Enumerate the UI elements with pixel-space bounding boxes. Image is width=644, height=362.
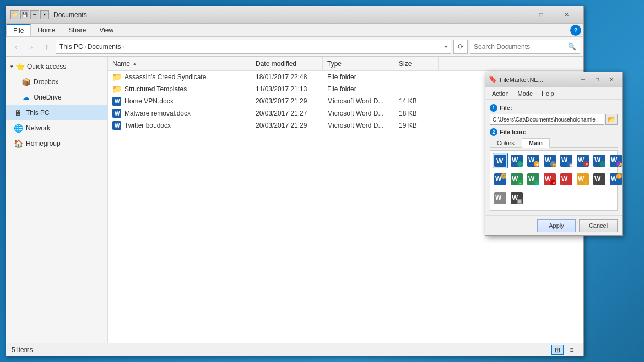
address-path: This PC › Documents ›: [59, 43, 124, 51]
file-date: 20/03/2017 21:29: [251, 122, 323, 129]
title-bar-controls: 📁 💾 ↩ ▾: [10, 10, 49, 19]
icon-cell-w6[interactable]: W↗: [575, 153, 591, 168]
dialog-maximize-button[interactable]: □: [590, 74, 604, 85]
search-icon[interactable]: 🔍: [568, 43, 576, 51]
path-documents[interactable]: Documents: [88, 43, 121, 51]
view-list-button[interactable]: ≡: [566, 345, 578, 355]
file-date: 18/01/2017 22:48: [251, 73, 323, 81]
svg-text:W: W: [578, 175, 585, 183]
address-dropdown-btn[interactable]: ▾: [445, 43, 447, 50]
icon-cell-w4[interactable]: W🔒: [542, 153, 558, 168]
view-controls: ⊞ ≡: [551, 345, 578, 355]
address-bar[interactable]: This PC › Documents › ▾: [56, 40, 451, 54]
col-header-name[interactable]: Name ▲: [108, 57, 251, 70]
back-button[interactable]: ‹: [9, 40, 23, 53]
sidebar-label-homegroup: Homegroup: [26, 140, 61, 147]
icon-cell-w3[interactable]: W★: [526, 153, 541, 168]
svg-text:W: W: [594, 156, 601, 164]
folder-icon: 📁: [12, 12, 18, 17]
icon-cell-w15[interactable]: W: [592, 172, 607, 187]
sidebar-label-onedrive: OneDrive: [34, 94, 62, 101]
filemarker-dialog: 🔖 FileMarker.NE... ─ □ ✕ Action Mode Hel…: [485, 72, 623, 236]
file-date: 20/03/2017 21:27: [251, 109, 323, 117]
apply-button[interactable]: Apply: [537, 219, 576, 232]
sidebar-item-quick-access[interactable]: ▾ ⭐ Quick access: [6, 59, 107, 74]
svg-text:🔒: 🔒: [552, 162, 556, 167]
icon-cell-w18[interactable]: W: [509, 190, 524, 206]
qat-dropdown-btn[interactable]: ▾: [40, 10, 49, 19]
file-type: Microsoft Word D...: [323, 109, 394, 117]
icon-cell-w2[interactable]: W🌐: [509, 153, 524, 168]
file-icon-label-text: File Icon:: [500, 129, 526, 135]
tab-view[interactable]: View: [93, 24, 120, 36]
icon-cell-w17[interactable]: W: [493, 190, 508, 206]
icon-cell-w5[interactable]: W⏰: [559, 153, 574, 168]
file-icon-label: 2 File Icon:: [490, 128, 618, 136]
icon-cell-w7[interactable]: W👤: [592, 153, 607, 168]
tab-share[interactable]: Share: [62, 24, 93, 36]
sidebar-item-onedrive[interactable]: ☁ OneDrive: [6, 90, 107, 105]
sidebar-item-dropbox[interactable]: 📦 Dropbox: [6, 74, 107, 90]
svg-text:W: W: [115, 111, 120, 117]
close-button[interactable]: ✕: [554, 6, 579, 24]
dialog-menu-mode[interactable]: Mode: [513, 87, 538, 99]
file-date: 11/03/2017 21:13: [251, 85, 323, 93]
dialog-minimize-button[interactable]: ─: [576, 74, 590, 85]
col-type-label: Type: [327, 60, 342, 68]
svg-text:W: W: [561, 175, 568, 183]
forward-button[interactable]: ›: [25, 40, 38, 53]
col-header-date[interactable]: Date modified: [251, 57, 323, 70]
minimize-button[interactable]: ─: [503, 6, 528, 24]
dialog-title-bar: 🔖 FileMarker.NE... ─ □ ✕: [485, 72, 622, 87]
refresh-button[interactable]: ⟳: [453, 40, 468, 54]
dialog-footer: Apply Cancel: [485, 215, 622, 235]
tab-home[interactable]: Home: [31, 24, 62, 36]
dialog-close-button[interactable]: ✕: [604, 74, 619, 85]
qat-save-btn[interactable]: 💾: [20, 10, 29, 19]
homegroup-icon: 🏠: [14, 139, 23, 148]
svg-text:🌐: 🌐: [518, 162, 523, 167]
sidebar-item-network[interactable]: 🌐 Network: [6, 120, 107, 136]
path-this-pc[interactable]: This PC: [59, 43, 83, 51]
tab-colors[interactable]: Colors: [490, 138, 522, 148]
help-button[interactable]: ?: [570, 25, 581, 36]
folder-icon-structured: 📁: [112, 85, 121, 94]
file-label: 1 File:: [490, 104, 618, 112]
sidebar-label-network: Network: [26, 124, 50, 132]
tab-main[interactable]: Main: [522, 138, 550, 148]
cancel-button[interactable]: Cancel: [579, 219, 618, 232]
icon-cell-w16[interactable]: W⚠: [608, 172, 624, 187]
icon-cell-w14[interactable]: W!: [575, 172, 591, 187]
sidebar-item-homegroup[interactable]: 🏠 Homegroup: [6, 136, 107, 151]
file-type: Microsoft Word D...: [323, 122, 394, 129]
sidebar-item-this-pc[interactable]: 🖥 This PC: [6, 105, 107, 120]
svg-text:W: W: [528, 156, 535, 164]
col-header-size[interactable]: Size: [394, 57, 439, 70]
file-name-cell: W Malware removal.docx: [108, 109, 251, 118]
maximize-button[interactable]: □: [528, 6, 554, 24]
dialog-menu-help[interactable]: Help: [537, 87, 559, 99]
icon-cell-w11[interactable]: W🌐: [526, 172, 541, 187]
file-label-text: File:: [500, 105, 512, 111]
search-input[interactable]: [474, 43, 566, 51]
icon-cell-w12[interactable]: W✕: [542, 172, 558, 187]
icon-cell-w9[interactable]: W🌐: [493, 172, 508, 187]
view-icons-button[interactable]: ⊞: [551, 345, 564, 355]
file-name: Home VPN.docx: [125, 97, 174, 105]
col-header-type[interactable]: Type: [323, 57, 394, 70]
qat-undo-btn[interactable]: ↩: [30, 10, 39, 19]
browse-button[interactable]: 📂: [605, 114, 618, 125]
up-button[interactable]: ↑: [40, 40, 53, 53]
dialog-menu-action[interactable]: Action: [488, 87, 513, 99]
svg-text:✕: ✕: [552, 181, 556, 185]
svg-text:🔑: 🔑: [618, 162, 623, 167]
quick-access-icon: ⭐: [15, 62, 25, 71]
icon-cell-w13[interactable]: W: [559, 172, 574, 187]
tab-file[interactable]: File: [6, 24, 31, 36]
icon-cell-w10[interactable]: W✓: [509, 172, 524, 187]
icon-cell-w1[interactable]: W: [493, 153, 508, 168]
desktop: 📁 💾 ↩ ▾ Documents ─ □ ✕ File Home Share …: [0, 0, 644, 362]
file-path-input[interactable]: C:\Users\Cat\Documents\householdhamle: [490, 114, 604, 125]
icon-cell-w8[interactable]: W🔑: [608, 153, 624, 168]
svg-text:🌐: 🌐: [502, 174, 507, 179]
